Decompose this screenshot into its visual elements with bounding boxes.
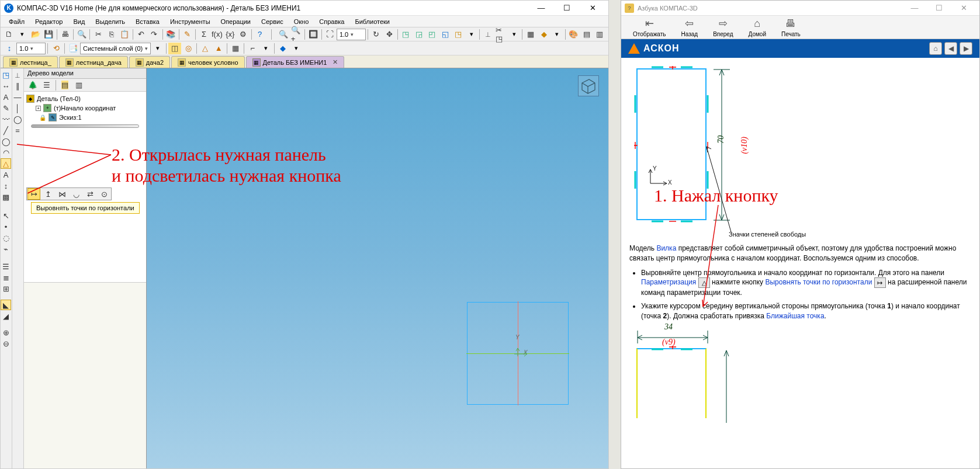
angle-btn[interactable]: ⌐ <box>246 43 259 54</box>
view-shade-button[interactable]: ◳ <box>452 29 464 40</box>
menu-file[interactable]: Файл <box>4 17 29 26</box>
grid-btn[interactable]: ▦ <box>229 43 242 54</box>
library-button[interactable]: 📚 <box>164 29 176 40</box>
link-nearest-point[interactable]: Ближайшая точка <box>766 312 824 320</box>
tree-slider[interactable] <box>31 124 139 128</box>
section-button[interactable]: ✂◳ <box>495 29 507 40</box>
tree-tb-1[interactable]: 🌲 <box>26 79 39 91</box>
save-button[interactable]: 💾 <box>42 29 54 40</box>
menu-libraries[interactable]: Библиотеки <box>350 17 394 26</box>
measure-panel-icon[interactable]: ↕ <box>1 180 11 191</box>
zoom-area-button[interactable]: 🔍 <box>277 29 289 40</box>
tab-item[interactable]: ▦дача2 <box>129 56 170 68</box>
symbols-panel-icon[interactable]: A <box>1 169 11 180</box>
symmetry-button[interactable]: ⇄ <box>84 188 96 200</box>
link-vilka[interactable]: Вилка <box>656 244 676 252</box>
layer-settings-btn[interactable]: ▾ <box>151 43 164 54</box>
layer-btn[interactable]: 📑 <box>67 43 79 54</box>
angle-dropdown[interactable]: ▾ <box>259 43 272 54</box>
dim-panel-icon[interactable]: ↔ <box>1 81 11 91</box>
edit-panel-icon[interactable]: ✎ <box>1 103 11 113</box>
minimize-button[interactable]: — <box>902 2 927 15</box>
tool-d[interactable]: ◢ <box>1 311 11 321</box>
open-button[interactable]: 📂 <box>29 29 41 40</box>
menu-insert[interactable]: Вставка <box>131 17 164 26</box>
tool-c[interactable]: ⊞ <box>1 283 11 294</box>
view-wire-button[interactable]: ◱ <box>439 29 451 40</box>
arc-panel-icon[interactable]: ◠ <box>1 147 11 158</box>
appearance-button[interactable]: 🎨 <box>567 29 580 40</box>
tree-tb-3[interactable]: ▤ <box>58 79 71 91</box>
brand-next-button[interactable]: ▶ <box>960 42 972 55</box>
close-button[interactable]: ✕ <box>951 2 976 15</box>
geometry-panel-icon[interactable]: ◳ <box>1 70 11 80</box>
paste-button[interactable]: 📋 <box>118 29 130 40</box>
tool-e[interactable]: ⊕ <box>1 327 11 338</box>
help-print-button[interactable]: 🖶Печать <box>781 18 801 37</box>
circle-panel-icon[interactable]: ◯ <box>1 136 11 147</box>
view-dropdown[interactable]: ▾ <box>465 29 477 40</box>
menu-view[interactable]: Вид <box>68 17 89 26</box>
zoom-window-button[interactable]: 🔲 <box>307 29 319 40</box>
inst-3[interactable]: — <box>12 92 23 102</box>
help-forward-button[interactable]: ⇨Вперед <box>713 17 733 37</box>
parametric-button[interactable]: ⚙ <box>237 29 250 40</box>
style-dropdown[interactable]: ▾ <box>290 43 303 54</box>
brand-home-button[interactable]: ⌂ <box>929 42 942 55</box>
maximize-button[interactable]: ☐ <box>927 2 951 15</box>
tab-item-active[interactable]: ▦Деталь БЕЗ ИМЕНИ1✕ <box>246 56 345 68</box>
help-show-button[interactable]: ⇤Отображать <box>633 17 666 37</box>
tool-highlighted[interactable]: ◣ <box>1 300 11 310</box>
tab-item[interactable]: ▦лестница_ <box>3 56 58 68</box>
ortho-btn[interactable]: ◫ <box>168 43 181 54</box>
point-tool-icon[interactable]: • <box>1 221 11 232</box>
current-style-button[interactable]: ↕ <box>3 43 16 54</box>
tool-a[interactable]: ☰ <box>1 261 11 272</box>
menu-operations[interactable]: Операции <box>216 17 255 26</box>
redo-button[interactable]: ↷ <box>148 29 160 40</box>
hatch-panel-icon[interactable]: ▩ <box>1 192 11 202</box>
line-scale-combo[interactable]: 1.0 <box>16 43 46 54</box>
menu-service[interactable]: Сервис <box>257 17 288 26</box>
sketch-button[interactable]: ✎ <box>181 29 193 40</box>
undo-button[interactable]: ↶ <box>135 29 147 40</box>
select-tool-icon[interactable]: ↖ <box>1 210 11 221</box>
print-button[interactable]: 🖶 <box>59 29 71 40</box>
point-fix-button[interactable]: ⊙ <box>98 188 110 200</box>
view-iso-button[interactable]: ◳ <box>400 29 412 40</box>
tree-tb-4[interactable]: ▥ <box>72 79 85 91</box>
zoom-whole-button[interactable]: ⛶ <box>324 29 336 40</box>
menu-select[interactable]: Выделить <box>91 17 130 26</box>
tile-button[interactable]: ▤ <box>580 29 593 40</box>
close-button[interactable]: ✕ <box>580 2 605 15</box>
layer-combo[interactable]: Системный слой (0) <box>80 43 151 54</box>
help-home-button[interactable]: ⌂Домой <box>749 18 766 37</box>
align-horizontal-button[interactable]: ↦ <box>27 188 40 200</box>
build-dropdown[interactable]: ▾ <box>550 29 563 40</box>
tab-close-icon[interactable]: ✕ <box>333 58 338 66</box>
snap-btn[interactable]: ◎ <box>182 43 195 54</box>
xy-constraints-button[interactable]: {x} <box>224 29 236 40</box>
new-dropdown[interactable]: ▾ <box>16 29 28 40</box>
link-parametrization[interactable]: Параметризация <box>641 279 696 287</box>
menu-help[interactable]: Справка <box>314 17 349 26</box>
cascade-button[interactable]: ▥ <box>594 29 606 40</box>
zoom-fit-button[interactable]: 🔍+ <box>290 29 303 40</box>
link-button[interactable]: ⟲ <box>50 43 63 54</box>
spline-panel-icon[interactable]: 〰 <box>1 114 11 124</box>
minimize-button[interactable]: — <box>529 2 553 15</box>
orientation-cube-icon[interactable] <box>578 75 599 96</box>
pan-button[interactable]: ✥ <box>383 29 395 40</box>
perspective-button[interactable]: ⟂ <box>482 29 494 40</box>
inst-2[interactable]: ∥ <box>12 81 23 91</box>
tool-b[interactable]: ≣ <box>1 272 11 283</box>
body-button[interactable]: ▦ <box>524 29 536 40</box>
variables-button[interactable]: Σ <box>198 29 210 40</box>
constraint-btn-2[interactable]: ▲ <box>212 43 225 54</box>
tree-item[interactable]: + ⌖ (т)Начало координат <box>32 103 144 113</box>
cut-button[interactable]: ✂ <box>92 29 104 40</box>
maximize-button[interactable]: ☐ <box>555 2 579 15</box>
link-align-horizontal[interactable]: Выровнять точки по горизонтали <box>765 279 872 287</box>
point-merge-button[interactable]: ⋈ <box>56 188 68 200</box>
align-vertical-button[interactable]: ↥ <box>41 188 54 200</box>
